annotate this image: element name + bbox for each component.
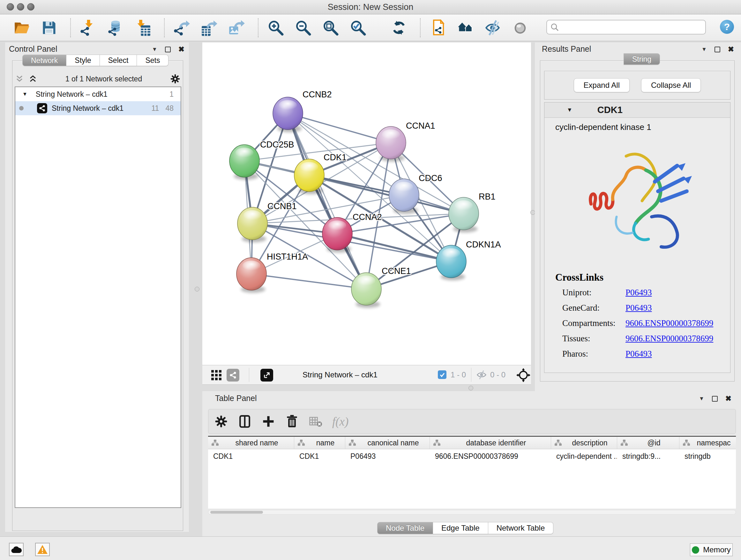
zoom-fit-button[interactable] <box>322 17 340 38</box>
gene-section-header[interactable]: ▼ CDK1 <box>544 103 730 118</box>
tab-edge-table[interactable]: Edge Table <box>433 522 488 534</box>
panel-menu-icon[interactable]: ▼ <box>699 395 704 402</box>
column-header-database-identifier[interactable]: database identifier <box>430 437 551 449</box>
string-network-icon <box>37 103 47 113</box>
node-label-CCNA2: CCNA2 <box>353 212 382 222</box>
network-node-CDKN1A[interactable] <box>436 245 478 280</box>
column-header-namespac[interactable]: namespac <box>679 437 736 449</box>
fit-content-crosshair-icon[interactable] <box>516 368 530 382</box>
network-canvas[interactable]: CCNB2CCNA1CDC25BCDK1CDC6RB1CCNB1CCNA2CDK… <box>202 43 531 365</box>
string-network-badge-icon[interactable] <box>226 369 239 381</box>
crosslink-link[interactable]: P06493 <box>625 349 652 359</box>
panel-close-icon[interactable]: ✖ <box>725 394 731 403</box>
hidden-eye-slash-icon[interactable] <box>476 370 487 380</box>
tab-string[interactable]: String <box>623 53 660 65</box>
open-session-button[interactable] <box>13 17 30 38</box>
collapse-all-icon[interactable] <box>15 74 24 84</box>
zoom-out-button[interactable] <box>294 17 312 38</box>
save-session-button[interactable] <box>40 17 58 38</box>
zoom-selected-button[interactable] <box>349 17 367 38</box>
network-edge-CCNB2-CCNA1[interactable] <box>288 113 391 143</box>
export-image-icon <box>228 19 245 36</box>
share-document-icon <box>429 19 446 36</box>
network-tree-row-selected[interactable]: String Network – cdk1 11 48 <box>15 101 181 115</box>
panel-float-icon[interactable] <box>715 47 720 52</box>
open-in-new-window-icon[interactable] <box>260 369 273 381</box>
zoom-in-button[interactable] <box>267 17 285 38</box>
scrollbar-thumb[interactable] <box>210 511 263 514</box>
panel-float-icon[interactable] <box>712 396 718 401</box>
table-settings-gear-icon[interactable] <box>214 415 228 428</box>
column-header-description[interactable]: description <box>551 437 617 449</box>
expand-all-icon[interactable] <box>28 74 38 84</box>
network-edge-HIST1H1A-CCNE1[interactable] <box>252 274 366 289</box>
column-header-canonical-name[interactable]: canonical name <box>345 437 430 449</box>
collapse-all-button[interactable]: Collapse All <box>641 78 701 92</box>
cloud-status-button[interactable] <box>9 543 23 556</box>
crosslink-link[interactable]: P06493 <box>625 288 652 298</box>
export-network-button[interactable] <box>173 17 191 38</box>
selected-checkbox-icon[interactable] <box>438 370 447 379</box>
panel-float-icon[interactable] <box>165 47 171 52</box>
network-node-CCNE1[interactable] <box>351 273 392 308</box>
column-header-name[interactable]: name <box>294 437 345 449</box>
memory-button[interactable]: Memory <box>690 543 733 556</box>
left-splitter-handle[interactable] <box>195 287 199 292</box>
network-node-CCNA2[interactable] <box>322 217 360 253</box>
share-document-button[interactable] <box>429 17 447 38</box>
show-columns-icon[interactable] <box>238 415 252 428</box>
network-node-CDC6[interactable] <box>389 179 428 214</box>
column-header-@id[interactable]: @id <box>617 437 679 449</box>
table-row[interactable]: CDK1CDK1P064939606.ENSP00000378699cyclin… <box>208 449 736 463</box>
network-options-gear-icon[interactable] <box>170 73 181 84</box>
toolbar-separator <box>471 368 471 382</box>
panel-menu-icon[interactable]: ▼ <box>152 46 157 53</box>
crosslink-link[interactable]: 9606.ENSP00000378699 <box>625 334 713 344</box>
column-header-shared-name[interactable]: shared name <box>208 437 294 449</box>
show-all-button[interactable] <box>511 17 529 38</box>
network-tree-root-row[interactable]: ▼ String Network – cdk1 1 <box>15 87 181 101</box>
horizontal-splitter-handle[interactable] <box>468 386 473 390</box>
refresh-button[interactable] <box>390 17 408 38</box>
tab-network-table[interactable]: Network Table <box>488 522 554 534</box>
panel-menu-icon[interactable]: ▼ <box>701 46 707 53</box>
import-database-button[interactable] <box>107 17 125 38</box>
tab-select[interactable]: Select <box>100 55 137 66</box>
right-splitter-handle[interactable] <box>530 210 535 215</box>
table-horizontal-scrollbar[interactable] <box>208 510 736 515</box>
search-input[interactable] <box>559 23 699 32</box>
hide-unselected-button[interactable] <box>484 17 502 38</box>
crosslink-link[interactable]: P06493 <box>625 303 652 313</box>
network-node-CCNB2[interactable] <box>273 97 310 132</box>
results-panel-tab: String <box>623 53 660 65</box>
panel-close-icon[interactable]: ✖ <box>179 45 185 54</box>
network-node-CDC25B[interactable] <box>229 145 270 180</box>
grid-view-icon[interactable] <box>211 369 222 381</box>
delete-column-icon[interactable] <box>285 415 299 428</box>
network-edge-CCNB2-CCNE1[interactable] <box>288 113 366 289</box>
tab-style[interactable]: Style <box>66 55 99 66</box>
section-disclosure-icon[interactable]: ▼ <box>567 107 572 113</box>
results-panel-body: Expand All Collapse All ▼ CDK1 cyclin-de… <box>540 60 735 381</box>
import-table-button[interactable] <box>134 17 152 38</box>
crosslink-link[interactable]: 9606.ENSP00000378699 <box>625 318 713 328</box>
panel-close-icon[interactable]: ✖ <box>728 45 734 54</box>
export-image-button[interactable] <box>228 17 246 38</box>
export-table-button[interactable] <box>200 17 218 38</box>
add-column-icon[interactable] <box>261 415 275 428</box>
warnings-button[interactable] <box>35 543 50 556</box>
table-cell: stringdb <box>679 449 736 463</box>
expand-all-button[interactable]: Expand All <box>574 78 630 92</box>
tree-disclosure-icon[interactable]: ▼ <box>22 91 27 97</box>
open-session-icon <box>13 19 30 36</box>
tab-node-table[interactable]: Node Table <box>377 522 433 534</box>
home-view-button[interactable] <box>456 17 474 38</box>
network-node-CCNA1[interactable] <box>376 126 418 162</box>
import-network-button[interactable] <box>79 17 97 38</box>
network-node-RB1[interactable] <box>449 197 488 233</box>
tab-network[interactable]: Network <box>22 55 66 66</box>
help-button[interactable]: ? <box>720 20 734 34</box>
network-node-HIST1H1A[interactable] <box>237 258 280 293</box>
tab-sets[interactable]: Sets <box>137 55 169 66</box>
crosslink-label: Tissues: <box>555 334 625 344</box>
